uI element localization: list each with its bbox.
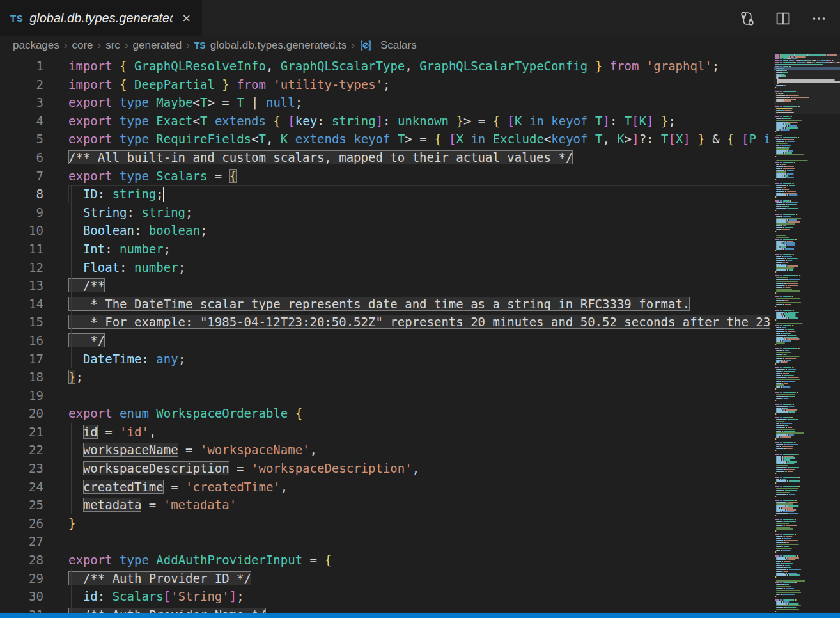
chevron-right-icon: › xyxy=(348,39,358,52)
line-number: 11 xyxy=(0,240,43,258)
tab-global-db-types-generated[interactable]: TS global.db.types.generated.ts × xyxy=(0,0,202,36)
line-number: 29 xyxy=(0,569,43,588)
code-line-2: import { DeepPartial } from 'utility-typ… xyxy=(68,75,770,94)
code-line-14: * The DateTime scalar type represents da… xyxy=(68,295,770,313)
line-number: 4 xyxy=(0,112,43,131)
code-line-28: export type AddAuthProviderInput = { xyxy=(68,551,770,569)
indent-guide xyxy=(71,496,72,514)
indent-guide xyxy=(71,203,72,222)
code-line-31: /** Auth Provider Name */ xyxy=(68,606,770,613)
line-number: 26 xyxy=(0,514,43,533)
indent-guide xyxy=(71,258,72,277)
tab-title: global.db.types.generated.ts xyxy=(29,11,173,26)
chevron-right-icon: › xyxy=(61,39,71,52)
code-line-10: Boolean: boolean; xyxy=(68,221,770,240)
line-number: 2 xyxy=(0,75,43,94)
indent-guide xyxy=(71,313,72,331)
text-cursor xyxy=(163,187,164,202)
breadcrumb-symbol-scalars[interactable]: Scalars xyxy=(358,39,418,52)
symbol-type-icon xyxy=(359,39,372,52)
chevron-right-icon: › xyxy=(95,39,105,52)
minimap[interactable] xyxy=(774,54,840,613)
indent-guide xyxy=(71,606,72,613)
code-line-27 xyxy=(68,532,770,551)
line-number: 3 xyxy=(0,93,43,112)
code-line-5: export type RequireFields<T, K extends k… xyxy=(68,130,770,148)
line-number: 15 xyxy=(0,313,43,331)
code-line-24: createdTime = 'createdTime', xyxy=(68,478,770,496)
line-number: 8 xyxy=(0,185,43,203)
breadcrumb-file-label: global.db.types.generated.ts xyxy=(210,39,347,52)
breadcrumb: packages › core › src › generated › TS g… xyxy=(0,36,840,54)
code-line-29: /** Auth Provider ID */ xyxy=(68,569,770,588)
code-line-13: /** xyxy=(68,276,770,295)
indent-guide xyxy=(71,587,72,606)
code-line-25: metadata = 'metadata' xyxy=(68,496,770,514)
line-number: 13 xyxy=(0,276,43,295)
line-number: 22 xyxy=(0,441,43,459)
indent-guide xyxy=(71,423,72,441)
code-editor[interactable]: 1234567891011121314151617181920212223242… xyxy=(0,54,840,613)
line-number: 7 xyxy=(0,167,43,186)
code-line-30: id: Scalars['String']; xyxy=(68,587,770,606)
chevron-right-icon: › xyxy=(121,39,132,52)
code-line-18: }; xyxy=(68,368,770,386)
code-line-4: export type Exact<T extends { [key: stri… xyxy=(68,112,770,131)
line-number: 20 xyxy=(0,404,43,423)
breadcrumb-file[interactable]: TS global.db.types.generated.ts xyxy=(193,39,348,52)
line-number: 5 xyxy=(0,130,43,148)
more-actions-icon[interactable] xyxy=(811,10,827,27)
line-number: 12 xyxy=(0,258,43,277)
code-line-20: export enum WorkspaceOrderable { xyxy=(68,404,770,423)
indent-guide xyxy=(71,276,72,295)
indent-guide xyxy=(71,240,72,258)
line-number: 23 xyxy=(0,459,43,478)
minimap-canvas xyxy=(774,54,840,613)
indent-guide xyxy=(71,569,72,588)
indent-guide xyxy=(71,459,72,478)
line-number: 6 xyxy=(0,148,43,167)
indent-guide xyxy=(71,221,72,240)
line-number: 19 xyxy=(0,386,43,405)
close-tab-icon[interactable]: × xyxy=(180,10,193,27)
split-editor-icon[interactable] xyxy=(775,10,791,27)
line-number: 17 xyxy=(0,350,43,368)
code-line-6: /** All built-in and custom scalars, map… xyxy=(68,148,770,167)
line-number: 28 xyxy=(0,551,43,569)
editor-tab-bar: TS global.db.types.generated.ts × xyxy=(0,0,840,36)
code-line-26: } xyxy=(68,514,770,533)
code-line-19 xyxy=(68,386,770,405)
line-number: 25 xyxy=(0,496,43,514)
code-line-1: import { GraphQLResolveInfo, GraphQLScal… xyxy=(68,57,770,75)
typescript-file-icon: TS xyxy=(10,13,23,24)
code-line-7: export type Scalars = { xyxy=(68,167,770,186)
code-line-8: ID: string; xyxy=(68,185,770,203)
code-content[interactable]: import { GraphQLResolveInfo, GraphQLScal… xyxy=(68,57,770,613)
line-number: 31 xyxy=(0,606,43,613)
line-number: 30 xyxy=(0,587,43,606)
breadcrumb-generated[interactable]: generated xyxy=(132,39,183,52)
line-number: 16 xyxy=(0,331,43,350)
code-line-9: String: string; xyxy=(68,203,770,222)
code-line-15: * For example: "1985-04-12T23:20:50.52Z"… xyxy=(68,313,770,331)
breadcrumb-core[interactable]: core xyxy=(70,39,94,52)
typescript-file-icon: TS xyxy=(194,40,206,51)
line-number: 27 xyxy=(0,532,43,551)
indent-guide xyxy=(71,478,72,496)
line-number: 14 xyxy=(0,295,43,313)
code-line-3: export type Maybe<T> = T | null; xyxy=(68,93,770,112)
indent-guide xyxy=(71,441,72,459)
breadcrumb-src[interactable]: src xyxy=(104,39,121,52)
compare-changes-icon[interactable] xyxy=(739,10,756,27)
chevron-right-icon: › xyxy=(183,39,193,52)
line-number: 10 xyxy=(0,221,43,240)
indent-guide xyxy=(71,185,72,203)
code-line-23: workspaceDescription = 'workspaceDescrip… xyxy=(68,459,770,478)
line-number-gutter: 1234567891011121314151617181920212223242… xyxy=(0,57,43,613)
line-number: 1 xyxy=(0,57,43,75)
indent-guide xyxy=(71,350,72,368)
breadcrumb-packages[interactable]: packages xyxy=(12,39,61,52)
code-line-21: id = 'id', xyxy=(68,423,770,441)
code-line-11: Int: number; xyxy=(68,240,770,258)
status-bar[interactable] xyxy=(0,613,840,618)
